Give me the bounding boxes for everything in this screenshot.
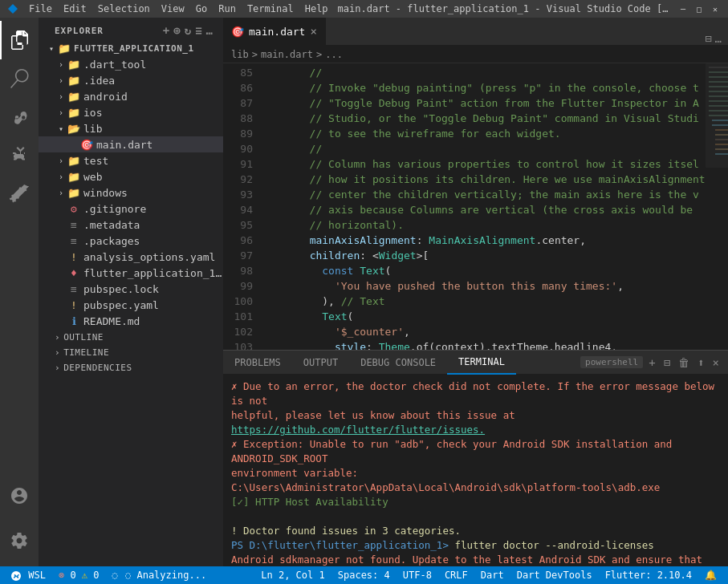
web-icon: 📁: [67, 170, 80, 183]
maximize-panel-button[interactable]: ⬆: [695, 355, 706, 371]
tree-item-idea[interactable]: › 📁 .idea: [39, 72, 223, 88]
analysis-icon: !: [67, 250, 80, 263]
terminal-content[interactable]: ✗ Due to an error, the doctor check did …: [223, 375, 728, 566]
timeline-section[interactable]: › TIMELINE: [39, 344, 223, 359]
breadcrumb-sep1: >: [252, 49, 258, 60]
tree-item-windows[interactable]: › 📁 windows: [39, 185, 223, 201]
account-activity-icon[interactable]: [0, 477, 39, 515]
tree-item-android[interactable]: › 📁 android: [39, 88, 223, 104]
code-content[interactable]: // // Invoke "debug painting" (press "p"…: [259, 63, 706, 350]
debug-activity-icon[interactable]: [0, 136, 39, 175]
minimize-button[interactable]: ─: [677, 2, 689, 15]
terminal-line-9: Android sdkmanager not found. Update to …: [231, 553, 720, 566]
menu-edit[interactable]: Edit: [59, 2, 92, 16]
search-activity-icon[interactable]: [0, 59, 39, 98]
menu-run[interactable]: Run: [214, 2, 241, 16]
breadcrumb-lib[interactable]: lib: [231, 49, 249, 60]
collapse-button[interactable]: ≡: [195, 24, 202, 37]
new-folder-button[interactable]: ⊕: [173, 24, 181, 37]
menu-selection[interactable]: Selection: [93, 2, 155, 16]
android-icon: 📁: [67, 90, 80, 103]
tree-item-pubspec-yaml[interactable]: ! pubspec.yaml: [39, 297, 223, 313]
test-icon: 📁: [67, 154, 80, 167]
spaces-status[interactable]: Spaces: 4: [335, 570, 393, 581]
panel-tabs: PROBLEMS OUTPUT DEBUG CONSOLE TERMINAL p…: [223, 351, 728, 375]
tree-item-dart_tool[interactable]: › 📁 .dart_tool: [39, 56, 223, 72]
tree-item-packages[interactable]: ≡ .packages: [39, 233, 223, 249]
position-status[interactable]: Ln 2, Col 1: [258, 570, 327, 581]
breadcrumb-symbol[interactable]: ...: [325, 49, 343, 60]
refresh-button[interactable]: ↻: [185, 24, 192, 37]
terminal-line-5: C:\Users\Administrator\AppData\Local\And…: [231, 481, 720, 495]
analyzing-text: ◌ Analyzing...: [125, 570, 206, 581]
tree-item-readme[interactable]: ℹ README.md: [39, 313, 223, 329]
maximize-button[interactable]: □: [693, 2, 706, 15]
breadcrumb-file[interactable]: main.dart: [261, 49, 313, 60]
tab-output[interactable]: OUTPUT: [292, 351, 349, 375]
encoding-status[interactable]: UTF-8: [400, 570, 435, 581]
tab-problems[interactable]: PROBLEMS: [223, 351, 292, 375]
dart-devtools-status[interactable]: Dart DevTools: [514, 570, 596, 581]
flutter-version-status[interactable]: Flutter: 2.10.4: [602, 570, 695, 581]
spinner-icon: ◌: [112, 570, 118, 581]
activity-bar: [0, 18, 39, 566]
tree-item-gitignore[interactable]: ⚙ .gitignore: [39, 201, 223, 217]
dart_tool-arrow: ›: [55, 60, 67, 69]
outline-section[interactable]: › OUTLINE: [39, 329, 223, 344]
more-actions-editor-button[interactable]: …: [715, 32, 722, 45]
split-terminal-button[interactable]: ⊟: [661, 355, 673, 371]
tab-bar-actions: ⊟ …: [698, 32, 728, 45]
tree-item-main-dart[interactable]: 🎯 main.dart: [39, 136, 223, 152]
tab-main-dart[interactable]: 🎯 main.dart ×: [223, 18, 326, 45]
ios-label: ios: [83, 107, 223, 119]
language-status[interactable]: Dart: [478, 570, 507, 581]
tab-close-button[interactable]: ×: [310, 25, 316, 38]
tab-debug-console[interactable]: DEBUG CONSOLE: [349, 351, 447, 375]
tree-item-web[interactable]: › 📁 web: [39, 168, 223, 185]
kill-terminal-button[interactable]: 🗑: [676, 355, 692, 371]
idea-label: .idea: [83, 75, 223, 87]
breadcrumb-sep2: >: [316, 49, 322, 60]
status-right: Ln 2, Col 1 Spaces: 4 UTF-8 CRLF Dart Da…: [258, 570, 720, 581]
tree-item-pubspec-lock[interactable]: ≡ pubspec.lock: [39, 281, 223, 297]
android-label: android: [83, 91, 223, 103]
settings-activity-icon[interactable]: [0, 521, 39, 560]
tab-terminal[interactable]: TERMINAL: [447, 351, 516, 375]
extensions-activity-icon[interactable]: [0, 175, 39, 213]
notification-button[interactable]: 🔔: [702, 570, 720, 581]
tree-root[interactable]: ▾ 📁 FLUTTER_APPLICATION_1: [39, 40, 223, 56]
eol-status[interactable]: CRLF: [441, 570, 471, 581]
tree-item-metadata[interactable]: ≡ .metadata: [39, 217, 223, 233]
menu-go[interactable]: Go: [191, 2, 212, 16]
tree-item-flutter-iml[interactable]: ♦ flutter_application_1.iml: [39, 265, 223, 281]
line-numbers: 85 86 87 88 89 90 91 92 93 94 95 96 97 9…: [223, 63, 259, 350]
new-terminal-button[interactable]: +: [646, 355, 657, 371]
tree-item-ios[interactable]: › 📁 ios: [39, 104, 223, 120]
remote-status[interactable]: WSL: [8, 570, 49, 581]
menu-view[interactable]: View: [157, 2, 189, 16]
source-control-activity-icon[interactable]: [0, 98, 39, 136]
idea-arrow: ›: [55, 76, 67, 85]
windows-label: windows: [83, 187, 223, 199]
dependencies-section[interactable]: › DEPENDENCIES: [39, 359, 223, 375]
tree-item-analysis-options[interactable]: ! analysis_options.yaml: [39, 249, 223, 265]
menu-terminal[interactable]: Terminal: [242, 2, 299, 16]
menu-file[interactable]: File: [24, 2, 57, 16]
more-actions-button[interactable]: …: [206, 24, 214, 37]
timeline-arrow: ›: [55, 347, 60, 358]
close-button[interactable]: ✕: [709, 2, 722, 15]
close-panel-button[interactable]: ×: [710, 355, 722, 371]
tab-label: main.dart: [249, 26, 305, 38]
new-file-button[interactable]: +: [163, 24, 170, 37]
code-area[interactable]: 85 86 87 88 89 90 91 92 93 94 95 96 97 9…: [223, 63, 728, 350]
windows-icon: 📁: [67, 186, 80, 199]
breadcrumb: lib > main.dart > ...: [223, 46, 728, 63]
split-editor-button[interactable]: ⊟: [705, 32, 711, 45]
tree-item-lib[interactable]: ▾ 📂 lib: [39, 120, 223, 136]
error-icon-1: ✗: [231, 380, 243, 392]
errors-warnings-status[interactable]: ⊗ 0 ⚠ 0: [55, 570, 103, 581]
explorer-activity-icon[interactable]: [0, 21, 39, 59]
tree-item-test[interactable]: › 📁 test: [39, 152, 223, 168]
menu-help[interactable]: Help: [300, 2, 333, 16]
analyzing-status: ◌ ◌ Analyzing...: [109, 570, 210, 581]
